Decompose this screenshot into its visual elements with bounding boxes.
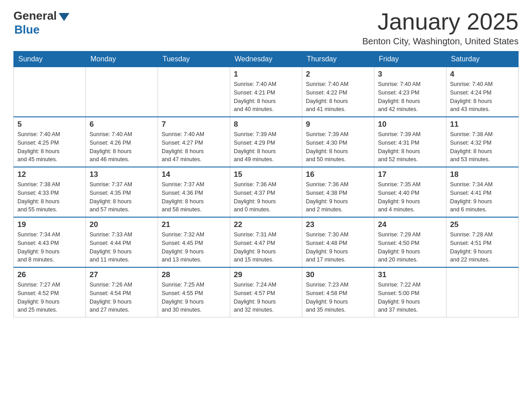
day-info: Sunrise: 7:40 AM Sunset: 4:23 PM Dayligh… xyxy=(378,80,442,114)
calendar-cell xyxy=(86,67,158,117)
calendar-cell: 27Sunrise: 7:26 AM Sunset: 4:54 PM Dayli… xyxy=(86,267,158,317)
day-number: 30 xyxy=(306,270,370,279)
day-info: Sunrise: 7:40 AM Sunset: 4:27 PM Dayligh… xyxy=(162,130,226,164)
calendar-week-row: 1Sunrise: 7:40 AM Sunset: 4:21 PM Daylig… xyxy=(14,67,519,117)
calendar-cell: 7Sunrise: 7:40 AM Sunset: 4:27 PM Daylig… xyxy=(158,117,230,167)
day-number: 8 xyxy=(234,120,298,129)
day-info: Sunrise: 7:27 AM Sunset: 4:52 PM Dayligh… xyxy=(17,281,82,314)
day-number: 9 xyxy=(306,120,370,129)
day-number: 7 xyxy=(162,120,226,129)
calendar-cell: 6Sunrise: 7:40 AM Sunset: 4:26 PM Daylig… xyxy=(86,117,158,167)
day-info: Sunrise: 7:38 AM Sunset: 4:32 PM Dayligh… xyxy=(450,130,515,164)
day-number: 24 xyxy=(378,220,442,229)
day-info: Sunrise: 7:37 AM Sunset: 4:36 PM Dayligh… xyxy=(162,180,226,214)
calendar-cell xyxy=(158,67,230,117)
day-number: 14 xyxy=(162,170,226,179)
calendar-header-thursday: Thursday xyxy=(302,51,374,67)
calendar-week-row: 12Sunrise: 7:38 AM Sunset: 4:33 PM Dayli… xyxy=(14,167,519,217)
day-number: 15 xyxy=(234,170,298,179)
calendar-cell: 25Sunrise: 7:28 AM Sunset: 4:51 PM Dayli… xyxy=(446,217,519,267)
calendar-cell xyxy=(446,267,519,317)
calendar-cell xyxy=(14,67,86,117)
calendar-cell: 4Sunrise: 7:40 AM Sunset: 4:24 PM Daylig… xyxy=(446,67,519,117)
day-number: 2 xyxy=(306,70,370,79)
calendar-cell: 1Sunrise: 7:40 AM Sunset: 4:21 PM Daylig… xyxy=(230,67,302,117)
day-number: 21 xyxy=(162,220,226,229)
logo-general-text: General xyxy=(13,9,57,23)
day-number: 22 xyxy=(234,220,298,229)
day-number: 31 xyxy=(378,270,442,279)
day-info: Sunrise: 7:40 AM Sunset: 4:21 PM Dayligh… xyxy=(234,80,298,114)
calendar-cell: 20Sunrise: 7:33 AM Sunset: 4:44 PM Dayli… xyxy=(86,217,158,267)
calendar-cell: 3Sunrise: 7:40 AM Sunset: 4:23 PM Daylig… xyxy=(374,67,446,117)
day-number: 27 xyxy=(90,270,154,279)
day-number: 3 xyxy=(378,70,442,79)
day-number: 19 xyxy=(17,220,82,229)
day-info: Sunrise: 7:29 AM Sunset: 4:50 PM Dayligh… xyxy=(378,231,442,264)
day-info: Sunrise: 7:37 AM Sunset: 4:35 PM Dayligh… xyxy=(90,180,154,214)
day-info: Sunrise: 7:38 AM Sunset: 4:33 PM Dayligh… xyxy=(17,180,82,214)
logo-arrow-icon xyxy=(59,13,69,21)
calendar-cell: 9Sunrise: 7:39 AM Sunset: 4:30 PM Daylig… xyxy=(302,117,374,167)
calendar-cell: 28Sunrise: 7:25 AM Sunset: 4:55 PM Dayli… xyxy=(158,267,230,317)
calendar-cell: 10Sunrise: 7:39 AM Sunset: 4:31 PM Dayli… xyxy=(374,117,446,167)
title-section: January 2025 Benton City, Washington, Un… xyxy=(362,9,519,47)
day-info: Sunrise: 7:36 AM Sunset: 4:38 PM Dayligh… xyxy=(306,180,370,214)
day-info: Sunrise: 7:40 AM Sunset: 4:24 PM Dayligh… xyxy=(450,80,515,114)
calendar-header-saturday: Saturday xyxy=(446,51,519,67)
calendar-cell: 24Sunrise: 7:29 AM Sunset: 4:50 PM Dayli… xyxy=(374,217,446,267)
day-info: Sunrise: 7:23 AM Sunset: 4:58 PM Dayligh… xyxy=(306,281,370,314)
calendar-header-sunday: Sunday xyxy=(14,51,86,67)
day-number: 11 xyxy=(450,120,515,129)
month-title: January 2025 xyxy=(362,9,519,34)
day-info: Sunrise: 7:35 AM Sunset: 4:40 PM Dayligh… xyxy=(378,180,442,214)
day-info: Sunrise: 7:26 AM Sunset: 4:54 PM Dayligh… xyxy=(90,281,154,314)
day-info: Sunrise: 7:39 AM Sunset: 4:30 PM Dayligh… xyxy=(306,130,370,164)
day-info: Sunrise: 7:40 AM Sunset: 4:26 PM Dayligh… xyxy=(90,130,154,164)
day-number: 17 xyxy=(378,170,442,179)
day-number: 25 xyxy=(450,220,515,229)
day-info: Sunrise: 7:39 AM Sunset: 4:31 PM Dayligh… xyxy=(378,130,442,164)
day-number: 6 xyxy=(90,120,154,129)
page-header: General Blue January 2025 Benton City, W… xyxy=(13,9,519,47)
calendar-header-tuesday: Tuesday xyxy=(158,51,230,67)
day-number: 10 xyxy=(378,120,442,129)
day-info: Sunrise: 7:28 AM Sunset: 4:51 PM Dayligh… xyxy=(450,231,515,264)
day-info: Sunrise: 7:33 AM Sunset: 4:44 PM Dayligh… xyxy=(90,231,154,264)
calendar-cell: 15Sunrise: 7:36 AM Sunset: 4:37 PM Dayli… xyxy=(230,167,302,217)
day-number: 26 xyxy=(17,270,82,279)
day-number: 29 xyxy=(234,270,298,279)
day-number: 4 xyxy=(450,70,515,79)
day-info: Sunrise: 7:40 AM Sunset: 4:22 PM Dayligh… xyxy=(306,80,370,114)
day-number: 20 xyxy=(90,220,154,229)
calendar-cell: 17Sunrise: 7:35 AM Sunset: 4:40 PM Dayli… xyxy=(374,167,446,217)
calendar-cell: 8Sunrise: 7:39 AM Sunset: 4:29 PM Daylig… xyxy=(230,117,302,167)
day-info: Sunrise: 7:30 AM Sunset: 4:48 PM Dayligh… xyxy=(306,231,370,264)
day-number: 12 xyxy=(17,170,82,179)
calendar-week-row: 19Sunrise: 7:34 AM Sunset: 4:43 PM Dayli… xyxy=(14,217,519,267)
day-info: Sunrise: 7:31 AM Sunset: 4:47 PM Dayligh… xyxy=(234,231,298,264)
day-number: 23 xyxy=(306,220,370,229)
day-number: 1 xyxy=(234,70,298,79)
day-info: Sunrise: 7:34 AM Sunset: 4:41 PM Dayligh… xyxy=(450,180,515,214)
day-info: Sunrise: 7:40 AM Sunset: 4:25 PM Dayligh… xyxy=(17,130,82,164)
calendar-cell: 23Sunrise: 7:30 AM Sunset: 4:48 PM Dayli… xyxy=(302,217,374,267)
calendar-cell: 21Sunrise: 7:32 AM Sunset: 4:45 PM Dayli… xyxy=(158,217,230,267)
calendar-cell: 26Sunrise: 7:27 AM Sunset: 4:52 PM Dayli… xyxy=(14,267,86,317)
day-info: Sunrise: 7:32 AM Sunset: 4:45 PM Dayligh… xyxy=(162,231,226,264)
calendar-cell: 18Sunrise: 7:34 AM Sunset: 4:41 PM Dayli… xyxy=(446,167,519,217)
calendar-week-row: 5Sunrise: 7:40 AM Sunset: 4:25 PM Daylig… xyxy=(14,117,519,167)
calendar-cell: 11Sunrise: 7:38 AM Sunset: 4:32 PM Dayli… xyxy=(446,117,519,167)
calendar-cell: 2Sunrise: 7:40 AM Sunset: 4:22 PM Daylig… xyxy=(302,67,374,117)
day-number: 16 xyxy=(306,170,370,179)
calendar-week-row: 26Sunrise: 7:27 AM Sunset: 4:52 PM Dayli… xyxy=(14,267,519,317)
calendar-cell: 30Sunrise: 7:23 AM Sunset: 4:58 PM Dayli… xyxy=(302,267,374,317)
calendar-cell: 29Sunrise: 7:24 AM Sunset: 4:57 PM Dayli… xyxy=(230,267,302,317)
calendar-cell: 14Sunrise: 7:37 AM Sunset: 4:36 PM Dayli… xyxy=(158,167,230,217)
day-number: 18 xyxy=(450,170,515,179)
logo: General Blue xyxy=(13,9,69,37)
day-info: Sunrise: 7:25 AM Sunset: 4:55 PM Dayligh… xyxy=(162,281,226,314)
calendar-cell: 31Sunrise: 7:22 AM Sunset: 5:00 PM Dayli… xyxy=(374,267,446,317)
calendar-cell: 12Sunrise: 7:38 AM Sunset: 4:33 PM Dayli… xyxy=(14,167,86,217)
day-info: Sunrise: 7:24 AM Sunset: 4:57 PM Dayligh… xyxy=(234,281,298,314)
